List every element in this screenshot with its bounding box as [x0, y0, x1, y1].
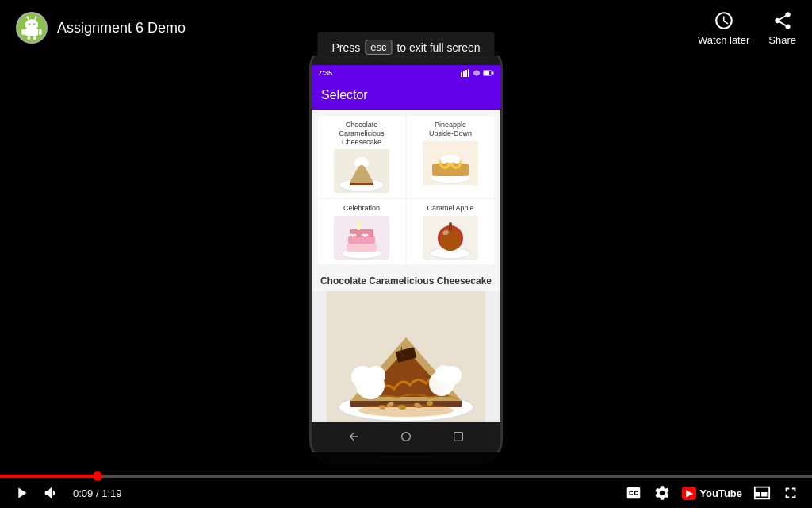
time-display: 0:09 / 1:19 [73, 487, 121, 499]
total-time: 1:19 [102, 487, 121, 499]
svg-point-53 [357, 381, 373, 397]
svg-point-65 [402, 433, 411, 441]
svg-point-8 [33, 23, 36, 25]
controls-row: 0:09 / 1:19 ▶ YouTube [0, 484, 812, 502]
dessert-name: Celebration [343, 204, 380, 213]
selected-dessert-label: Chocolate Caramelicious Cheesecake [312, 271, 500, 291]
dessert-name: PineappleUpside-Down [429, 121, 472, 138]
list-item[interactable]: Caramel Apple [407, 199, 494, 264]
dessert-thumb [334, 216, 389, 260]
svg-point-64 [358, 404, 454, 417]
status-time: 7:35 [318, 69, 332, 77]
press-text: Press [331, 41, 360, 54]
svg-rect-6 [33, 36, 36, 40]
list-item[interactable]: ChocolateCarameliciousCheesecake [318, 116, 405, 198]
dessert-thumb [334, 149, 389, 193]
svg-rect-3 [21, 29, 25, 35]
svg-point-41 [358, 221, 361, 225]
title-area: Assignment 6 Demo [16, 12, 186, 44]
list-item[interactable]: PineappleUpside-Down [407, 116, 494, 198]
svg-point-12 [35, 17, 37, 19]
svg-rect-16 [468, 69, 469, 77]
back-nav-button[interactable] [346, 429, 362, 444]
app-title-bar: Selector [312, 81, 500, 110]
phone-bottom-nav [312, 422, 500, 451]
svg-rect-19 [484, 71, 489, 75]
settings-button[interactable] [653, 484, 671, 502]
current-time: 0:09 [73, 487, 93, 499]
progress-fill [0, 475, 98, 478]
app-title: Selector [321, 88, 368, 102]
svg-rect-15 [465, 70, 467, 77]
play-button[interactable] [13, 484, 30, 502]
yt-icon: ▶ [682, 487, 696, 500]
recents-nav-button[interactable] [450, 429, 466, 444]
android-status-bar: 7:35 [312, 65, 500, 81]
youtube-logo: ▶ YouTube [682, 487, 742, 500]
phone-mockup: 7:35 Selector [309, 44, 503, 464]
svg-point-56 [435, 365, 453, 383]
esc-key: esc [365, 40, 392, 55]
watch-later-button[interactable]: Watch later [698, 10, 749, 46]
volume-button[interactable] [43, 484, 60, 502]
large-dessert-image [312, 291, 500, 422]
progress-bar[interactable] [0, 475, 812, 478]
dessert-grid: ChocolateCarameliciousCheesecake [312, 110, 500, 271]
progress-dot [93, 471, 102, 481]
esc-overlay: Press esc to exit full screen [317, 32, 494, 63]
youtube-text: YouTube [699, 487, 742, 499]
svg-point-34 [454, 157, 460, 164]
app-content: ChocolateCarameliciousCheesecake [312, 110, 500, 422]
controls-left: 0:09 / 1:19 [13, 484, 121, 502]
controls-right: ▶ YouTube [625, 484, 799, 502]
svg-rect-14 [463, 71, 465, 78]
captions-button[interactable] [625, 484, 642, 502]
fullscreen-button[interactable] [782, 484, 799, 502]
dessert-thumb [423, 216, 478, 260]
channel-avatar [16, 12, 48, 44]
svg-rect-66 [454, 433, 463, 441]
status-icons [461, 69, 494, 77]
time-separator: / [93, 487, 102, 499]
video-area: 7:35 Selector [0, 56, 812, 452]
dessert-name: ChocolateCarameliciousCheesecake [339, 121, 384, 146]
svg-point-24 [362, 160, 369, 167]
player-controls: 0:09 / 1:19 ▶ YouTube [0, 452, 812, 508]
svg-point-7 [29, 23, 31, 25]
top-actions: Watch later Share [698, 10, 796, 46]
svg-rect-5 [28, 36, 31, 40]
svg-point-10 [26, 17, 29, 19]
svg-rect-47 [449, 222, 452, 232]
svg-point-33 [441, 157, 447, 164]
share-button[interactable]: Share [768, 10, 796, 46]
dessert-thumb [423, 141, 478, 185]
svg-rect-13 [461, 72, 462, 77]
watch-later-label: Watch later [698, 34, 749, 46]
svg-rect-27 [432, 164, 469, 176]
dessert-name: Caramel Apple [427, 204, 473, 213]
home-nav-button[interactable] [398, 429, 414, 444]
svg-rect-37 [347, 244, 377, 252]
svg-rect-18 [492, 72, 494, 75]
svg-point-23 [354, 160, 361, 167]
list-item[interactable]: Celebration [318, 199, 405, 264]
svg-point-52 [366, 366, 385, 385]
svg-rect-2 [25, 29, 38, 36]
miniplayer-button[interactable] [753, 484, 771, 502]
share-label: Share [768, 34, 796, 46]
esc-suffix: to exit full screen [396, 41, 480, 54]
video-title: Assignment 6 Demo [57, 20, 186, 37]
svg-rect-40 [358, 224, 360, 230]
svg-rect-4 [39, 29, 42, 35]
